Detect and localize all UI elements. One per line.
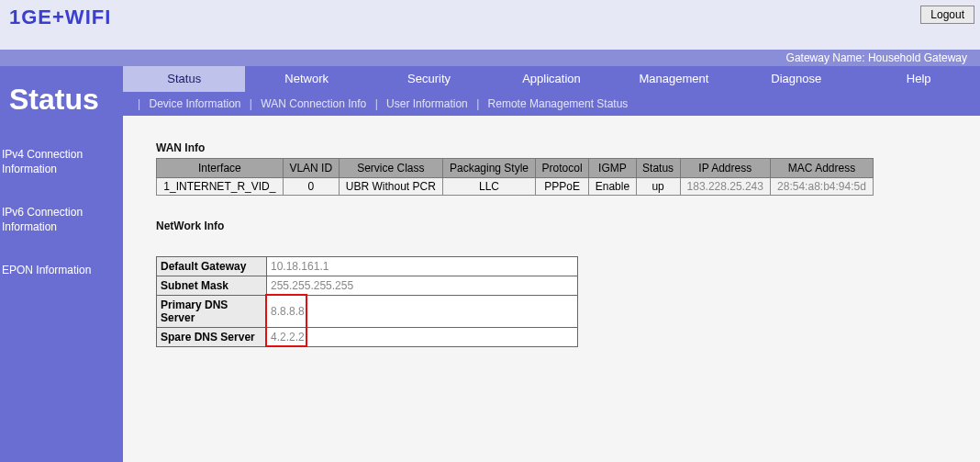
tab-security[interactable]: Security: [368, 66, 490, 92]
tab-network[interactable]: Network: [245, 66, 367, 92]
cell-status: up: [636, 178, 680, 196]
value-spare-dns: 4.2.2.2: [267, 328, 578, 347]
tab-diagnose[interactable]: Diagnose: [735, 66, 857, 92]
brand-logo: 1GE+WIFI: [9, 6, 971, 29]
subnav-wan-connection[interactable]: WAN Connection Info: [261, 97, 366, 110]
th-vlan: VLAN ID: [283, 159, 339, 178]
content: WAN Info Interface VLAN ID Service Class…: [123, 116, 980, 366]
cell-protocol: PPPoE: [536, 178, 589, 196]
th-protocol: Protocol: [536, 159, 589, 178]
page-title: Status: [0, 66, 123, 141]
cell-interface: 1_INTERNET_R_VID_: [157, 178, 284, 196]
tab-status[interactable]: Status: [123, 66, 245, 92]
value-subnet-mask: 255.255.255.255: [267, 276, 578, 296]
th-status: Status: [636, 159, 680, 178]
value-default-gateway: 10.18.161.1: [267, 257, 578, 276]
gateway-name-label: Gateway Name: Household Gateway: [0, 50, 980, 66]
cell-packaging: LLC: [442, 178, 535, 196]
value-primary-dns: 8.8.8.8: [267, 296, 578, 328]
sidebar-item-epon[interactable]: EPON Information: [0, 256, 123, 286]
th-mac: MAC Address: [770, 159, 873, 178]
table-row: 1_INTERNET_R_VID_ 0 UBR Without PCR LLC …: [157, 178, 874, 196]
th-ip: IP Address: [680, 159, 770, 178]
label-default-gateway: Default Gateway: [157, 257, 267, 276]
sidebar-item-ipv6[interactable]: IPv6 Connection Information: [0, 198, 123, 242]
cell-vlan: 0: [283, 178, 339, 196]
cell-igmp: Enable: [589, 178, 636, 196]
wan-info-title: WAN Info: [156, 141, 962, 154]
network-info-title: NetWork Info: [156, 220, 962, 232]
tab-bar: Status Network Security Application Mana…: [123, 66, 980, 92]
logout-button[interactable]: Logout: [920, 6, 974, 24]
sidebar-item-ipv4[interactable]: IPv4 Connection Information: [0, 141, 123, 184]
subnav-device-info[interactable]: Device Information: [149, 97, 240, 110]
th-igmp: IGMP: [589, 159, 636, 178]
subnav-remote-mgmt[interactable]: Remote Management Status: [488, 97, 629, 110]
main-area: Status Network Security Application Mana…: [123, 66, 980, 462]
tab-help[interactable]: Help: [858, 66, 980, 92]
th-packaging: Packaging Style: [442, 159, 535, 178]
subnav-user-info[interactable]: User Information: [386, 97, 468, 110]
cell-mac: 28:54:a8:b4:94:5d: [770, 178, 873, 196]
tab-management[interactable]: Management: [613, 66, 735, 92]
wan-info-table: Interface VLAN ID Service Class Packagin…: [156, 158, 874, 196]
cell-ip: 183.228.25.243: [680, 178, 770, 196]
label-primary-dns: Primary DNS Server: [157, 296, 267, 328]
label-subnet-mask: Subnet Mask: [157, 276, 267, 296]
sub-nav: | Device Information | WAN Connection In…: [123, 92, 980, 116]
tab-application[interactable]: Application: [490, 66, 612, 92]
cell-service: UBR Without PCR: [339, 178, 442, 196]
th-interface: Interface: [157, 159, 284, 178]
th-service: Service Class: [339, 159, 442, 178]
label-spare-dns: Spare DNS Server: [157, 328, 267, 347]
top-bar: 1GE+WIFI Logout: [0, 0, 980, 50]
network-info-table: Default Gateway 10.18.161.1 Subnet Mask …: [156, 256, 578, 347]
sidebar: Status IPv4 Connection Information IPv6 …: [0, 66, 123, 462]
